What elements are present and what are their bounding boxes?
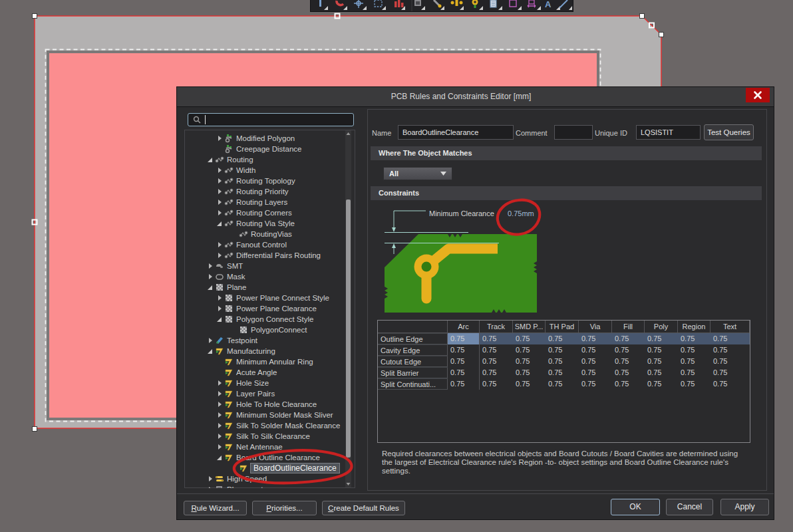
svg-text:A: A [545,0,552,9]
